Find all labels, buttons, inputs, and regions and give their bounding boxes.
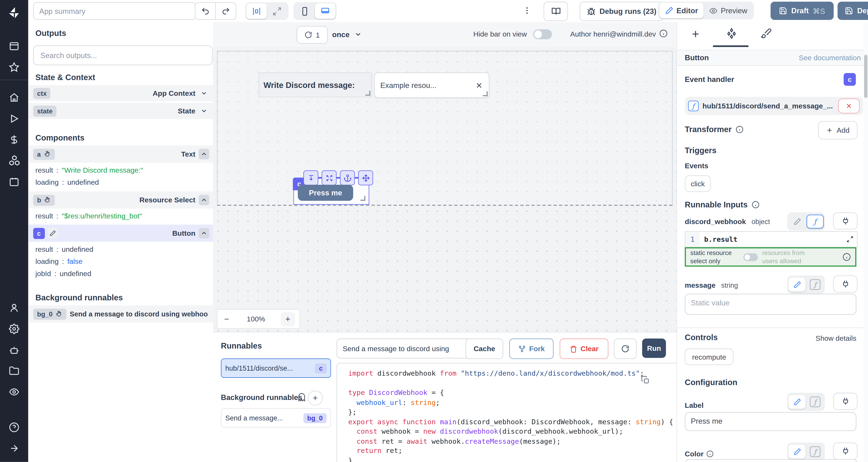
home-icon[interactable] bbox=[0, 87, 28, 108]
runnable-name-input[interactable] bbox=[337, 338, 471, 358]
resize-handle[interactable] bbox=[365, 91, 370, 96]
code-editor[interactable]: import discordwebhook from "https://deno… bbox=[337, 363, 677, 462]
copy-code-button[interactable] bbox=[641, 376, 650, 385]
event-handler-chip[interactable]: ƒ hub/1511/discord/send_a_message_... bbox=[685, 97, 863, 115]
more-menu-button[interactable] bbox=[523, 4, 531, 16]
output-row-state[interactable]: state State bbox=[28, 103, 213, 119]
search-outputs-input[interactable] bbox=[33, 45, 213, 65]
resize-handle[interactable] bbox=[361, 196, 366, 201]
component-row-b[interactable]: b Resource Select bbox=[28, 191, 213, 208]
fullscreen-button[interactable] bbox=[322, 170, 337, 185]
tab-component-settings[interactable] bbox=[726, 28, 737, 39]
info-icon[interactable] bbox=[751, 201, 759, 209]
hide-bar-toggle[interactable] bbox=[533, 29, 552, 39]
windmill-logo[interactable] bbox=[0, 0, 28, 26]
static-mode-button[interactable] bbox=[788, 214, 805, 229]
expression-mode-button[interactable]: ƒ bbox=[807, 395, 824, 409]
message-static-input[interactable] bbox=[685, 294, 856, 315]
docs-button[interactable] bbox=[544, 2, 568, 21]
app-summary-input[interactable] bbox=[33, 2, 196, 20]
deploy-button[interactable]: Deploy bbox=[837, 2, 868, 20]
move-button[interactable] bbox=[358, 170, 373, 185]
chevron-up-icon[interactable] bbox=[199, 195, 209, 205]
bg-runnable-item[interactable]: Send a message... bg_0 bbox=[221, 408, 331, 427]
resource-select-component-b[interactable]: Example resou... bbox=[374, 72, 489, 98]
refresh-count-button[interactable]: 1 bbox=[297, 26, 328, 43]
mobile-view-button[interactable] bbox=[294, 3, 315, 19]
anchor-button[interactable] bbox=[340, 170, 355, 185]
label-static-input[interactable]: Press me bbox=[685, 412, 856, 431]
run-button[interactable]: Run bbox=[642, 338, 666, 358]
info-icon[interactable] bbox=[842, 253, 851, 261]
zoom-in-button[interactable]: + bbox=[281, 311, 295, 326]
reload-button[interactable] bbox=[614, 338, 637, 359]
app-canvas[interactable]: Write Discord message: Example resou... … bbox=[213, 47, 677, 332]
static-mode-button[interactable] bbox=[788, 445, 805, 459]
tab-editor[interactable]: Editor bbox=[659, 3, 704, 18]
chevron-up-icon[interactable] bbox=[199, 228, 209, 238]
workers-icon[interactable] bbox=[0, 339, 28, 360]
connect-input-button[interactable] bbox=[833, 212, 857, 230]
info-icon[interactable] bbox=[659, 29, 668, 38]
expression-mode-button[interactable]: ƒ bbox=[807, 214, 824, 229]
output-row-ctx[interactable]: ctx App Context bbox=[28, 85, 213, 101]
expression-mode-button[interactable]: ƒ bbox=[807, 278, 824, 292]
collapse-arrow-icon[interactable] bbox=[0, 437, 28, 459]
runnable-item-selected[interactable]: hub/1511/discord/se... c bbox=[221, 358, 331, 378]
bg-runnable-row[interactable]: bg_0 Send a message to discord using web… bbox=[28, 305, 213, 323]
folders-icon[interactable] bbox=[0, 360, 28, 381]
resources-icon[interactable] bbox=[0, 150, 28, 171]
favorites-star-icon[interactable] bbox=[0, 57, 28, 77]
button-component-c-selected[interactable]: c Press me bbox=[293, 178, 369, 205]
draft-button[interactable]: Draft ⌘S bbox=[771, 2, 834, 20]
user-icon[interactable] bbox=[0, 297, 28, 318]
add-transformer-button[interactable]: Add bbox=[818, 121, 858, 139]
debug-runs-button[interactable]: Debug runs (23) bbox=[580, 2, 664, 21]
connect-input-button[interactable] bbox=[833, 393, 857, 410]
runs-icon[interactable] bbox=[0, 108, 28, 129]
audit-eye-icon[interactable] bbox=[0, 381, 28, 402]
center-layout-button[interactable] bbox=[246, 3, 267, 19]
connect-input-button[interactable] bbox=[833, 275, 857, 293]
component-row-c-selected[interactable]: c Button bbox=[28, 225, 213, 242]
variables-icon[interactable] bbox=[0, 129, 28, 150]
run-mode-dropdown[interactable]: once bbox=[332, 26, 362, 42]
desktop-view-button[interactable] bbox=[315, 3, 336, 19]
chevron-down-icon[interactable] bbox=[199, 106, 209, 116]
zoom-out-button[interactable]: − bbox=[222, 314, 231, 324]
expand-down-button[interactable] bbox=[303, 170, 318, 185]
tab-insert-component[interactable] bbox=[690, 29, 701, 39]
show-details-link[interactable]: Show details bbox=[815, 334, 856, 342]
clear-button[interactable]: Clear bbox=[560, 338, 608, 359]
remove-handler-button[interactable] bbox=[838, 98, 860, 113]
fork-button[interactable]: Fork bbox=[509, 338, 554, 359]
resize-handle[interactable] bbox=[483, 91, 488, 96]
color-static-input-partial[interactable] bbox=[685, 459, 858, 462]
fullwidth-layout-button[interactable] bbox=[267, 3, 287, 19]
apps-icon[interactable] bbox=[0, 35, 28, 57]
connect-input-button[interactable] bbox=[833, 442, 857, 460]
press-me-button[interactable]: Press me bbox=[298, 185, 353, 201]
redo-button[interactable] bbox=[216, 2, 236, 20]
edit-id-button[interactable] bbox=[48, 228, 58, 238]
info-icon[interactable] bbox=[706, 450, 713, 458]
chevron-down-icon[interactable] bbox=[199, 88, 209, 98]
schedules-icon[interactable] bbox=[0, 171, 28, 192]
tab-preview[interactable]: Preview bbox=[704, 3, 753, 18]
cache-button[interactable]: Cache bbox=[466, 338, 503, 359]
undo-button[interactable] bbox=[195, 2, 216, 20]
static-mode-button[interactable] bbox=[788, 278, 805, 292]
chevron-up-icon[interactable] bbox=[199, 149, 209, 159]
recompute-chip[interactable]: recompute bbox=[685, 349, 733, 365]
settings-gear-icon[interactable] bbox=[0, 318, 28, 339]
help-icon[interactable] bbox=[0, 417, 28, 438]
text-component-a[interactable]: Write Discord message: bbox=[258, 72, 372, 97]
expression-editor[interactable]: 1 b.result bbox=[685, 231, 858, 248]
component-row-a[interactable]: a Text bbox=[28, 145, 213, 163]
scrollbar-thumb[interactable] bbox=[864, 55, 868, 98]
click-event-chip[interactable]: click bbox=[685, 175, 711, 192]
add-background-runnable-button[interactable] bbox=[308, 391, 323, 405]
see-documentation-link[interactable]: See documentation bbox=[799, 54, 864, 62]
static-mode-button[interactable] bbox=[788, 395, 805, 409]
clear-selection-x-icon[interactable] bbox=[475, 81, 483, 89]
